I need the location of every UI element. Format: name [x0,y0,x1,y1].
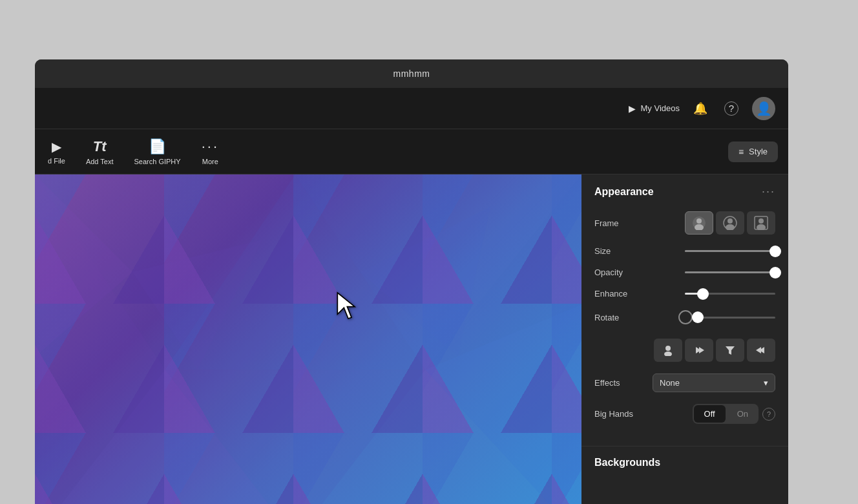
opacity-slider-thumb[interactable] [769,267,781,278]
svg-point-19 [759,218,764,224]
canvas-area [35,174,581,504]
big-hands-help-button[interactable]: ? [762,408,775,421]
search-giphy-label: Search GIPHY [134,158,181,165]
toolbar-item-add-file[interactable]: ▶ d File [48,139,65,165]
help-question-mark: ? [767,410,771,418]
effects-label: Effects [594,378,640,388]
toolbar-item-more[interactable]: ··· More [202,138,219,165]
svg-point-22 [664,352,672,356]
big-hands-toggle: Off On [693,404,759,424]
bell-icon: 🔔 [693,101,707,116]
enhance-slider-thumb[interactable] [697,288,709,300]
my-videos-button[interactable]: ▶ My Videos [629,103,680,114]
frame-circle-person-icon [692,216,706,230]
effects-control: None ▾ [640,373,775,392]
size-slider-thumb[interactable] [769,246,781,257]
svg-marker-11 [338,293,355,319]
frame-control [640,211,775,235]
search-giphy-icon: 📄 [149,138,166,155]
rotate-slider[interactable] [698,317,775,319]
position-person-button[interactable] [654,339,682,362]
add-file-icon: ▶ [52,139,61,154]
style-button[interactable]: ≡ Style [728,142,778,162]
toolbar: ▶ d File Tt Add Text 📄 Search GIPHY ··· … [35,129,788,174]
frame-buttons [685,211,775,235]
frame-btn-square[interactable] [747,211,775,235]
big-hands-label: Big Hands [594,409,640,419]
svg-marker-25 [726,346,735,355]
rotate-row: Rotate [594,310,775,324]
panel-header: Appearance ··· [594,185,775,198]
big-hands-row: Big Hands Off On ? [594,404,775,424]
backward-icon [755,344,767,356]
frame-circle-outline-icon [723,216,737,230]
big-hands-control: Off On ? [640,404,775,424]
size-row: Size [594,246,775,256]
rotate-circle [678,310,693,324]
forward-icon [693,344,705,356]
frame-btn-circle-outline[interactable] [716,211,744,235]
avatar-icon: 👤 [756,101,772,116]
add-text-label: Add Text [86,158,114,165]
opacity-slider-container [640,271,775,273]
right-panel: Appearance ··· Frame [581,174,788,504]
big-hands-on-button[interactable]: On [727,404,759,424]
help-button[interactable]: ? [721,98,742,119]
big-hands-off-button[interactable]: Off [694,405,726,423]
svg-point-21 [665,346,671,351]
play-icon: ▶ [629,103,636,114]
background-pattern [35,174,581,504]
position-buttons-row [594,336,775,362]
chevron-down-icon: ▾ [764,378,768,388]
effects-value: None [660,378,680,388]
frame-btn-circle-filled[interactable] [685,211,713,235]
position-backward-button[interactable] [747,339,775,362]
effects-dropdown[interactable]: None ▾ [653,373,775,392]
position-filter-button[interactable] [716,339,744,362]
toolbar-item-search-giphy[interactable]: 📄 Search GIPHY [134,138,181,165]
enhance-slider[interactable] [685,293,775,295]
notifications-button[interactable]: 🔔 [690,98,711,119]
filter-icon [724,344,736,356]
size-slider[interactable] [685,250,775,252]
panel-more-button[interactable]: ··· [762,185,775,198]
position-buttons [654,339,775,362]
style-label: Style [749,147,768,156]
top-gray-area [0,0,858,59]
opacity-slider[interactable] [685,271,775,273]
svg-marker-27 [756,347,761,353]
svg-point-17 [726,224,735,230]
user-avatar-button[interactable]: 👤 [752,97,775,120]
svg-point-13 [696,218,702,224]
opacity-slider-fill [685,271,775,273]
title-bar: mmhmm [35,59,788,88]
size-label: Size [594,246,640,256]
svg-marker-24 [699,347,704,353]
rotate-slider-thumb[interactable] [692,311,704,323]
opacity-row: Opacity [594,268,775,277]
rotate-slider-container [640,310,775,324]
style-sliders-icon: ≡ [738,147,744,157]
more-icon: ··· [202,138,219,155]
position-forward-button[interactable] [685,339,713,362]
rotate-label: Rotate [594,313,640,322]
appearance-title: Appearance [594,186,654,198]
frame-square-person-icon [754,216,768,230]
size-slider-container [640,250,775,252]
my-videos-label: My Videos [641,103,680,113]
more-label: More [202,158,218,165]
question-icon: ? [724,101,738,116]
size-slider-fill [685,250,775,252]
nav-right: ▶ My Videos 🔔 ? 👤 [629,97,775,120]
svg-point-16 [727,218,733,224]
backgrounds-header: Backgrounds [581,446,788,474]
add-text-icon: Tt [93,138,107,155]
cursor-arrow-icon [335,290,361,321]
enhance-row: Enhance [594,289,775,299]
toolbar-item-add-text[interactable]: Tt Add Text [86,138,114,165]
backgrounds-label: Backgrounds [594,457,660,468]
frame-label: Frame [594,218,640,228]
add-file-label: d File [48,157,65,165]
opacity-label: Opacity [594,268,640,277]
nav-bar: ▶ My Videos 🔔 ? 👤 [35,88,788,129]
